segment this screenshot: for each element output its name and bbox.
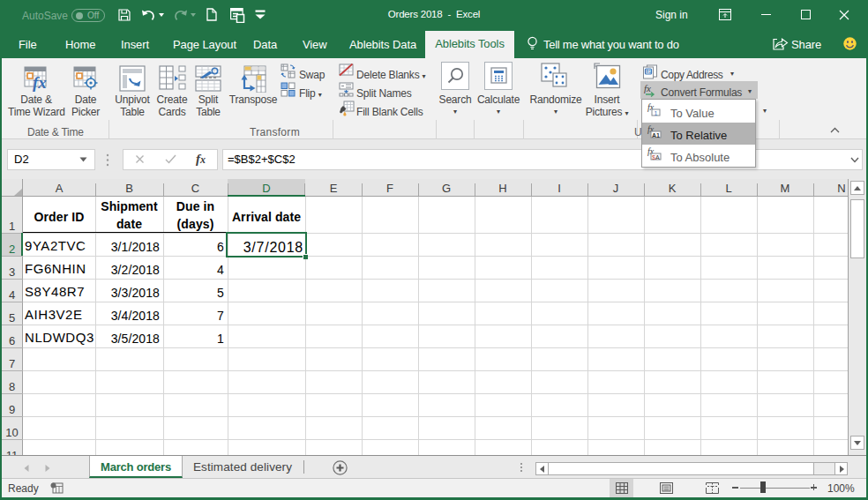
svg-text:$A: $A [652,154,660,160]
svg-text:R1: R1 [646,70,651,74]
svg-text:fx: fx [644,83,651,93]
svg-text:fx: fx [33,73,47,92]
svg-text:1: 1 [655,110,658,116]
svg-text:A1: A1 [652,132,660,138]
